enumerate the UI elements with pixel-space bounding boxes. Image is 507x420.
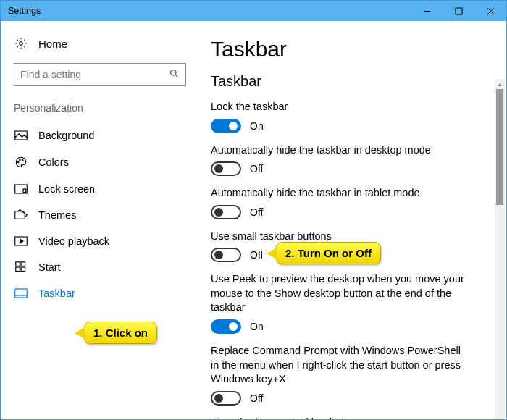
search-placeholder: Find a setting — [20, 69, 81, 80]
toggle-autohide-desktop[interactable] — [211, 161, 241, 176]
toggle-replace-cmd[interactable] — [211, 391, 241, 406]
sidebar-item-label: Background — [38, 130, 94, 141]
search-icon — [169, 68, 180, 81]
toggle-state: Off — [250, 206, 263, 218]
section-label: Personalization — [14, 102, 190, 114]
toggle-lock-taskbar[interactable] — [211, 119, 241, 133]
page-title: Taskbar — [211, 37, 485, 62]
svg-rect-19 — [21, 267, 25, 272]
scroll-up-button[interactable]: ▴ — [495, 79, 505, 89]
setting-peek: Use Peek to preview the desktop when you… — [211, 272, 485, 334]
sidebar-item-label: Taskbar — [38, 287, 75, 299]
sidebar-item-background[interactable]: Background — [14, 122, 190, 148]
callout-1: 1. Click on — [84, 322, 157, 344]
main-area: Home Find a setting Personalization Back… — [1, 21, 506, 419]
setting-badges: Show badges on taskbar buttons — [211, 416, 485, 419]
setting-label: Show badges on taskbar buttons — [211, 416, 472, 419]
callout-text: 1. Click on — [93, 327, 148, 339]
sidebar-item-themes[interactable]: Themes — [14, 202, 190, 228]
close-button[interactable] — [474, 1, 506, 21]
sidebar-item-colors[interactable]: Colors — [14, 148, 190, 176]
minimize-button[interactable] — [411, 1, 443, 21]
sidebar-item-video-playback[interactable]: Video playback — [14, 228, 190, 254]
callout-text: 2. Turn On or Off — [285, 247, 372, 259]
palette-icon — [14, 156, 28, 169]
sidebar-item-taskbar[interactable]: Taskbar — [14, 280, 190, 306]
toggle-state: Off — [250, 249, 263, 261]
lock-screen-icon — [14, 184, 28, 194]
setting-label: Use Peek to preview the desktop when you… — [211, 272, 472, 315]
themes-icon — [14, 209, 28, 221]
setting-label: Replace Command Prompt with Windows Powe… — [211, 344, 472, 387]
scrollbar[interactable]: ▴ ▾ — [495, 79, 505, 419]
picture-icon — [14, 130, 28, 140]
toggle-peek[interactable] — [211, 319, 241, 334]
svg-rect-20 — [15, 289, 28, 298]
toggle-state: On — [250, 321, 264, 332]
setting-label: Automatically hide the taskbar in tablet… — [211, 186, 472, 201]
svg-point-4 — [20, 42, 23, 46]
svg-rect-1 — [456, 8, 462, 14]
start-icon — [14, 261, 28, 273]
scroll-thumb[interactable] — [496, 89, 503, 205]
toggle-state: Off — [250, 392, 263, 404]
svg-rect-12 — [23, 189, 26, 193]
svg-line-6 — [175, 75, 177, 77]
toggle-state: Off — [250, 163, 263, 175]
setting-autohide-tablet: Automatically hide the taskbar in tablet… — [211, 186, 485, 219]
home-label: Home — [38, 38, 67, 50]
video-icon — [14, 236, 28, 246]
sidebar-item-label: Colors — [38, 156, 69, 168]
sidebar-item-label: Video playback — [38, 235, 109, 247]
setting-lock-taskbar: Lock the taskbar On — [211, 100, 485, 133]
toggle-small-buttons[interactable] — [211, 248, 241, 262]
svg-point-9 — [20, 159, 21, 161]
search-input[interactable]: Find a setting — [14, 63, 186, 86]
sidebar-item-label: Lock screen — [38, 183, 95, 195]
home-link[interactable]: Home — [14, 37, 190, 50]
titlebar: Settings — [1, 1, 506, 21]
maximize-button[interactable] — [443, 1, 474, 21]
content-pane: Taskbar Taskbar Lock the taskbar On Auto… — [204, 21, 506, 419]
svg-point-10 — [22, 159, 24, 161]
callout-2: 2. Turn On or Off — [276, 242, 381, 264]
sidebar-item-label: Start — [38, 261, 61, 273]
svg-rect-16 — [16, 262, 20, 266]
svg-rect-18 — [16, 267, 20, 272]
setting-label: Automatically hide the taskbar in deskto… — [211, 143, 472, 158]
page-subtitle: Taskbar — [211, 73, 485, 90]
sidebar-item-lock-screen[interactable]: Lock screen — [14, 176, 190, 202]
sidebar-item-start[interactable]: Start — [14, 254, 190, 280]
setting-autohide-desktop: Automatically hide the taskbar in deskto… — [211, 143, 485, 177]
gear-icon — [14, 37, 28, 50]
toggle-state: On — [250, 120, 264, 132]
setting-replace-cmd: Replace Command Prompt with Windows Powe… — [211, 344, 485, 406]
window-controls — [411, 1, 506, 21]
setting-label: Lock the taskbar — [211, 100, 472, 114]
svg-marker-15 — [20, 239, 24, 243]
sidebar: Home Find a setting Personalization Back… — [1, 21, 204, 419]
svg-point-5 — [171, 70, 177, 76]
toggle-autohide-tablet[interactable] — [211, 205, 241, 219]
window-title: Settings — [8, 6, 41, 16]
sidebar-item-label: Themes — [38, 209, 76, 221]
svg-rect-17 — [21, 262, 25, 266]
svg-point-8 — [18, 161, 20, 163]
taskbar-icon — [14, 288, 28, 298]
